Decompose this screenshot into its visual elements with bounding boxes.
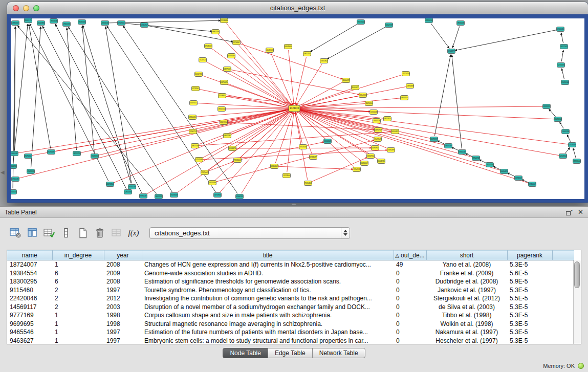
network-node[interactable]: 1845301 [78,20,86,25]
network-node[interactable]: 1095951 [372,146,379,150]
network-node[interactable]: 1675944 [214,193,222,198]
zoom-window-button[interactable] [33,5,39,11]
network-node[interactable]: 8113074 [425,18,433,23]
network-node[interactable]: 2022465 [37,21,45,26]
network-node[interactable]: 1961178 [25,18,32,23]
cell-in_degree[interactable]: 1 [52,337,104,345]
network-node[interactable]: 1514545 [324,139,332,144]
cell-title[interactable]: Estimation of significance thresholds fo… [142,277,394,286]
network-node[interactable]: 1905132 [459,150,466,155]
network-node[interactable]: 2525441 [201,170,209,175]
network-node[interactable]: 1554931 [378,159,385,164]
tab-node-table[interactable]: Node Table [223,348,268,358]
network-node[interactable]: 9246133 [236,194,244,199]
network-node[interactable]: 1830302 [271,164,278,169]
cell-short[interactable]: Franke et al. (2009) [426,269,507,278]
network-node[interactable]: 1752540 [195,158,203,162]
cell-pagerank[interactable]: 5.3E-5 [507,320,552,329]
table-row[interactable]: 946554611997Estimation of the future num… [7,328,574,337]
network-node[interactable]: 1905138 [562,129,570,134]
network-node[interactable]: 1151446 [370,110,378,115]
network-node[interactable]: 1505134 [91,154,99,159]
network-node[interactable]: 1214543 [569,143,576,147]
cell-short[interactable]: Dudbridge et al. (2008) [426,277,507,286]
column-header-name[interactable]: name [7,251,52,260]
network-node[interactable]: 1830102 [218,107,226,112]
cell-year[interactable]: 1998 [104,311,142,320]
network-node[interactable]: 2151104 [101,21,109,26]
network-node[interactable]: 1881108 [212,30,220,34]
network-node[interactable]: 1664906 [285,45,292,49]
tab-network-table[interactable]: Network Table [312,348,365,358]
cell-in_degree[interactable]: 1 [52,260,104,269]
cell-short[interactable]: Yano et al. (2008) [426,260,507,269]
network-node[interactable]: 1505133 [27,169,35,174]
network-node[interactable]: 1160472 [342,78,350,83]
network-node[interactable]: 1549549 [374,137,382,142]
cell-in_degree[interactable]: 2 [52,286,104,295]
cell-title[interactable]: Structural magnetic resonance image aver… [142,320,394,329]
network-node[interactable]: 1605134 [554,117,562,122]
cell-year[interactable]: 2009 [104,269,142,278]
network-node[interactable]: 2485083 [406,84,414,89]
network-node[interactable]: 1954911 [353,167,361,172]
cell-short[interactable]: de Silva et al. (2003) [426,303,507,312]
table-row[interactable]: 1830029562008Estimation of significance … [7,277,574,286]
network-node[interactable]: 1864161 [359,93,367,98]
network-node[interactable]: 1605182 [11,151,18,156]
network-node[interactable]: 2153811 [219,94,226,98]
cell-year[interactable]: 1997 [104,286,142,295]
network-node[interactable]: 1605133 [128,185,136,189]
table-row[interactable]: 946362711997Embryonic stem cells: a mode… [7,337,574,345]
network-node[interactable]: 1852232 [472,156,480,161]
function-builder-button[interactable]: f(x) [125,225,142,240]
cell-year[interactable]: 2008 [104,277,142,286]
cell-pagerank[interactable]: 5.3E-5 [507,303,552,312]
window-titlebar[interactable]: citations_edges.txt [7,2,588,14]
cell-name[interactable]: 18300295 [7,277,52,286]
cell-short[interactable]: Tibbo et al. (1998) [426,311,507,320]
table-selector[interactable]: citations_edges.txt [149,227,350,239]
column-header-out_degree[interactable]: △out_de... [394,251,426,260]
cell-out_degree[interactable]: 0 [394,286,426,295]
network-node[interactable]: 1962051 [118,21,125,26]
network-node[interactable]: 1875710 [401,96,408,100]
network-node[interactable]: 1210554 [559,154,567,159]
network-node[interactable]: 1913844 [283,173,291,178]
cell-short[interactable]: Nakamura et al. (1997) [426,328,507,337]
network-node[interactable]: 1961251 [303,52,311,56]
column-header-in_degree[interactable]: in_degree [52,251,104,260]
table-row[interactable]: 2242004622012Investigating the contribut… [7,294,574,303]
cell-in_degree[interactable]: 2 [52,294,104,303]
cell-title[interactable]: Disruption of a novel member of a sodium… [142,303,394,312]
cell-out_degree[interactable]: 0 [394,320,426,329]
create-column-button[interactable] [41,225,57,240]
network-node[interactable]: 1679197 [430,137,438,142]
cell-year[interactable]: 2012 [104,294,142,303]
scrollbar-thumb[interactable] [574,261,580,288]
network-node[interactable]: 1973454 [402,72,410,76]
network-node[interactable]: 1956717 [189,129,197,134]
cell-pagerank[interactable]: 5.3E-5 [507,328,552,337]
cell-year[interactable]: 2003 [104,303,142,312]
network-node[interactable]: 1830020 [189,115,197,120]
network-node[interactable]: 9245012 [529,182,536,187]
import-table-button[interactable] [108,225,125,240]
network-node[interactable]: 1905134 [561,80,569,85]
network-node[interactable]: 1904506 [205,44,212,49]
network-node[interactable]: 2526085 [48,150,55,155]
cell-short[interactable]: Jankovic et al. (1997) [426,286,507,295]
cell-year[interactable]: 1997 [104,337,142,345]
cell-name[interactable]: 9465546 [7,328,52,337]
network-node[interactable]: 1012747 [385,23,393,28]
network-node[interactable]: 2867733 [191,144,199,148]
cell-pagerank[interactable]: 5.3E-5 [507,260,552,269]
cell-title[interactable]: Embryonic stem cells: a model to study s… [142,337,394,345]
network-node[interactable]: 1051427 [391,129,399,134]
network-node[interactable]: 1924504 [170,193,178,198]
cell-in_degree[interactable]: 1 [52,311,104,320]
table-row[interactable]: 977716911998Corpus callosum shape and si… [7,311,574,320]
network-node[interactable]: 1581462 [320,59,328,63]
cell-pagerank[interactable]: 5.6E-5 [507,269,552,278]
rows-button[interactable] [58,225,74,240]
